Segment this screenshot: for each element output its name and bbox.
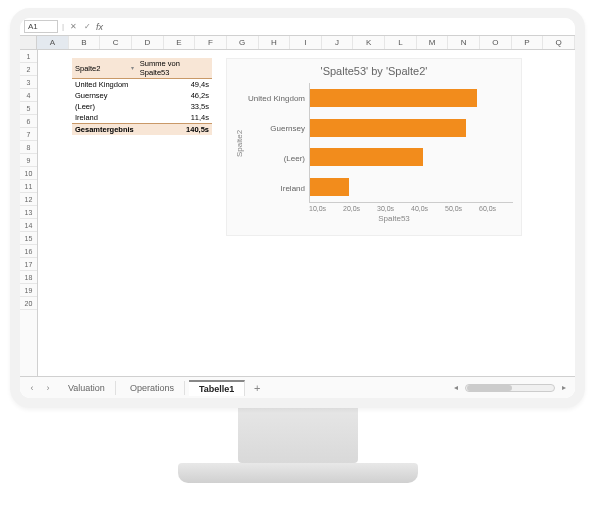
- row-header[interactable]: 18: [20, 271, 37, 284]
- col-header-h[interactable]: H: [259, 36, 291, 49]
- x-tick: 30,0s: [377, 205, 411, 212]
- y-categories: United Kingdom Guernsey (Leer) Ireland: [247, 83, 309, 203]
- bar: [310, 178, 349, 196]
- bars-area: [309, 83, 513, 203]
- col-header-i[interactable]: I: [290, 36, 322, 49]
- pivot-table[interactable]: Spalte2 ▾ Summe von Spalte53 United King…: [72, 58, 212, 135]
- col-header-b[interactable]: B: [69, 36, 101, 49]
- row-header[interactable]: 8: [20, 141, 37, 154]
- col-header-j[interactable]: J: [322, 36, 354, 49]
- row-header[interactable]: 11: [20, 180, 37, 193]
- cell-reference: A1: [28, 22, 38, 31]
- col-header-c[interactable]: C: [100, 36, 132, 49]
- embedded-chart[interactable]: 'Spalte53' by 'Spalte2' Spalte2 United K…: [226, 58, 522, 236]
- formula-input[interactable]: [107, 20, 571, 33]
- monitor-stand-neck: [238, 408, 358, 463]
- col-header-a[interactable]: A: [37, 36, 69, 49]
- pivot-total-label: Gesamtergebnis: [72, 124, 137, 136]
- monitor-stand-base: [178, 463, 418, 483]
- row-header[interactable]: 9: [20, 154, 37, 167]
- col-header-l[interactable]: L: [385, 36, 417, 49]
- row-header[interactable]: 2: [20, 63, 37, 76]
- pivot-row-label: United Kingdom: [72, 79, 137, 91]
- pivot-total-value: 140,5s: [137, 124, 212, 136]
- y-axis-label: Spalte2: [235, 83, 247, 203]
- col-header-m[interactable]: M: [417, 36, 449, 49]
- row-header[interactable]: 17: [20, 258, 37, 271]
- pivot-field-header[interactable]: Spalte2 ▾: [72, 58, 137, 79]
- separator: |: [62, 22, 64, 31]
- pivot-row-value: 11,4s: [137, 112, 212, 124]
- sheet-nav-prev-icon[interactable]: ‹: [26, 383, 38, 393]
- col-header-n[interactable]: N: [448, 36, 480, 49]
- y-category: United Kingdom: [247, 83, 309, 113]
- col-header-k[interactable]: K: [353, 36, 385, 49]
- row-header[interactable]: 4: [20, 89, 37, 102]
- fx-label[interactable]: fx: [96, 22, 103, 32]
- table-row[interactable]: United Kingdom49,4s: [72, 79, 212, 91]
- row-header[interactable]: 5: [20, 102, 37, 115]
- row-header[interactable]: 16: [20, 245, 37, 258]
- monitor-bezel: A1 | ✕ ✓ fx A B C D E F G H I J K L M N …: [10, 8, 585, 408]
- scroll-left-icon[interactable]: ◂: [451, 383, 461, 392]
- scroll-right-icon[interactable]: ▸: [559, 383, 569, 392]
- col-header-d[interactable]: D: [132, 36, 164, 49]
- row-headers: 1 2 3 4 5 6 7 8 9 10 11 12 13 14 15 16 1…: [20, 50, 38, 376]
- table-row[interactable]: Ireland11,4s: [72, 112, 212, 124]
- col-header-e[interactable]: E: [164, 36, 196, 49]
- sheet-tab-valuation[interactable]: Valuation: [58, 381, 116, 395]
- x-tick: 50,0s: [445, 205, 479, 212]
- row-header[interactable]: 20: [20, 297, 37, 310]
- y-category: Guernsey: [247, 113, 309, 143]
- chart-title: 'Spalte53' by 'Spalte2': [235, 65, 513, 77]
- row-header[interactable]: 14: [20, 219, 37, 232]
- x-tick: 10,0s: [309, 205, 343, 212]
- row-header[interactable]: 10: [20, 167, 37, 180]
- row-header[interactable]: 12: [20, 193, 37, 206]
- pivot-row-label: (Leer): [72, 101, 137, 112]
- sheet-tab-bar: ‹ › Valuation Operations Tabelle1 + ◂ ▸: [20, 376, 575, 398]
- col-header-p[interactable]: P: [512, 36, 544, 49]
- bar: [310, 148, 423, 166]
- pivot-row-value: 46,2s: [137, 90, 212, 101]
- pivot-row-label: Ireland: [72, 112, 137, 124]
- col-header-q[interactable]: Q: [543, 36, 575, 49]
- scrollbar-thumb[interactable]: [467, 385, 512, 391]
- select-all-corner[interactable]: [20, 36, 37, 49]
- col-header-g[interactable]: G: [227, 36, 259, 49]
- x-tick: 60,0s: [479, 205, 513, 212]
- dropdown-icon[interactable]: ▾: [131, 64, 134, 71]
- cancel-icon[interactable]: ✕: [68, 22, 78, 31]
- name-box[interactable]: A1: [24, 20, 58, 33]
- sheet-tab-operations[interactable]: Operations: [120, 381, 185, 395]
- pivot-total-row[interactable]: Gesamtergebnis140,5s: [72, 124, 212, 136]
- horizontal-scrollbar[interactable]: [465, 384, 555, 392]
- row-header[interactable]: 15: [20, 232, 37, 245]
- table-row[interactable]: (Leer)33,5s: [72, 101, 212, 112]
- x-tick: 40,0s: [411, 205, 445, 212]
- sheet-nav-next-icon[interactable]: ›: [42, 383, 54, 393]
- accept-icon[interactable]: ✓: [82, 22, 92, 31]
- col-header-o[interactable]: O: [480, 36, 512, 49]
- spreadsheet-grid: 1 2 3 4 5 6 7 8 9 10 11 12 13 14 15 16 1…: [20, 50, 575, 376]
- row-header[interactable]: 19: [20, 284, 37, 297]
- chart-body: Spalte2 United Kingdom Guernsey (Leer) I…: [235, 83, 513, 203]
- x-axis-label: Spalte53: [275, 214, 513, 223]
- row-header[interactable]: 7: [20, 128, 37, 141]
- bar: [310, 89, 477, 107]
- screen: A1 | ✕ ✓ fx A B C D E F G H I J K L M N …: [20, 18, 575, 398]
- pivot-row-label: Guernsey: [72, 90, 137, 101]
- sheet-tab-tabelle1[interactable]: Tabelle1: [189, 380, 245, 396]
- row-header[interactable]: 3: [20, 76, 37, 89]
- row-header[interactable]: 1: [20, 50, 37, 63]
- col-header-f[interactable]: F: [195, 36, 227, 49]
- table-row[interactable]: Guernsey46,2s: [72, 90, 212, 101]
- cells-area[interactable]: Spalte2 ▾ Summe von Spalte53 United King…: [38, 50, 575, 376]
- row-header[interactable]: 6: [20, 115, 37, 128]
- pivot-row-value: 49,4s: [137, 79, 212, 91]
- pivot-field-label: Spalte2: [75, 64, 100, 73]
- add-sheet-button[interactable]: +: [249, 382, 265, 394]
- row-header[interactable]: 13: [20, 206, 37, 219]
- column-headers: A B C D E F G H I J K L M N O P Q: [20, 36, 575, 50]
- pivot-value-header: Summe von Spalte53: [137, 58, 212, 79]
